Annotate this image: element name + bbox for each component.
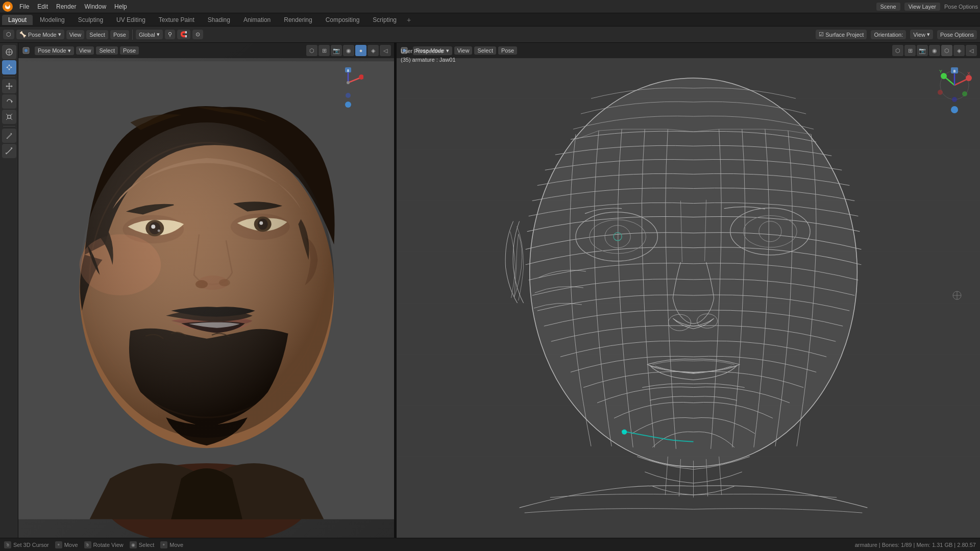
tab-compositing[interactable]: Compositing xyxy=(320,15,366,25)
svg-point-102 xyxy=(962,91,967,96)
right-select-menu[interactable]: Select xyxy=(474,46,496,55)
left-pose-mode[interactable]: Pose Mode ▾ xyxy=(35,46,74,55)
svg-marker-7 xyxy=(6,66,12,68)
annotate-tool[interactable] xyxy=(2,129,16,143)
orientation-value: View xyxy=(913,32,925,38)
left-select-menu[interactable]: Select xyxy=(96,46,118,55)
left-view-menu[interactable]: View xyxy=(76,46,94,55)
pivot-dropdown[interactable]: ⚲ xyxy=(165,30,175,39)
right-vp-overlay-icons: ⬡ ⊞ 📷 ◉ ⬡ ◈ ◁ xyxy=(892,45,977,56)
right-extra-icon[interactable]: ◈ xyxy=(953,45,965,56)
orientation-label: Orientation: xyxy=(871,30,906,39)
pose-mode-dropdown[interactable]: 🦴 Pose Mode ▾ xyxy=(16,30,64,39)
right-grid-icon[interactable]: ⊞ xyxy=(904,45,916,56)
pose-options-button[interactable]: Pose Options xyxy=(937,30,977,39)
vp-arrow-icon[interactable]: ◁ xyxy=(380,45,391,56)
left-vp-overlay-icons: ⬡ ⊞ 📷 ◉ ● ◈ ◁ xyxy=(306,45,391,56)
right-gizmo-svg: X Y Z 8 xyxy=(937,67,972,103)
measure-tool[interactable] xyxy=(2,144,16,158)
wireframe-face-svg xyxy=(397,43,980,538)
orientation-dropdown[interactable]: View ▾ xyxy=(910,30,933,39)
svg-text:Y: Y xyxy=(939,69,942,74)
svg-line-45 xyxy=(348,78,361,83)
menu-render[interactable]: Render xyxy=(52,2,80,11)
right-wireframe-icon[interactable]: ⬡ xyxy=(941,45,952,56)
transform-tool[interactable] xyxy=(2,60,16,74)
menu-help[interactable]: Help xyxy=(110,2,131,11)
mode-selector-icon[interactable]: ⬡ xyxy=(3,30,14,39)
tab-modeling[interactable]: Modeling xyxy=(34,15,71,25)
tab-shading[interactable]: Shading xyxy=(202,15,236,25)
svg-point-2 xyxy=(6,4,9,7)
pose-menu[interactable]: Pose xyxy=(110,30,129,39)
add-workspace-button[interactable]: + xyxy=(404,15,414,25)
viewport-left[interactable]: Pose Mode ▾ View Select Pose ⬡ ⊞ 📷 ◉ ● ◈… xyxy=(18,43,395,538)
proportional-toggle[interactable]: ⊙ xyxy=(192,30,203,39)
snap-toggle[interactable]: 🧲 xyxy=(177,30,190,39)
right-camera-icon[interactable]: 📷 xyxy=(917,45,928,56)
cursor-tool[interactable] xyxy=(2,45,16,59)
tab-texture-paint[interactable]: Texture Paint xyxy=(153,15,201,25)
menu-edit[interactable]: Edit xyxy=(33,2,52,11)
status-select: ◉ Select xyxy=(130,541,155,548)
status-right-info: armature | Bones: 1/89 | Mem: 1.31 GB | … xyxy=(855,542,976,548)
rendered-face-bg xyxy=(18,43,394,538)
viewport-split-divider[interactable] xyxy=(395,43,397,538)
global-dropdown[interactable]: Global ▾ xyxy=(136,30,163,39)
pose-mode-arrow: ▾ xyxy=(58,31,61,38)
view-menu[interactable]: View xyxy=(66,30,85,39)
tab-animation[interactable]: Animation xyxy=(237,15,277,25)
tab-scripting[interactable]: Scripting xyxy=(366,15,403,25)
left-toolbar xyxy=(0,43,18,538)
left-viewport-header: Pose Mode ▾ View Select Pose ⬡ ⊞ 📷 ◉ ● ◈… xyxy=(18,43,394,58)
left-pose-mode-label: Pose Mode xyxy=(38,47,66,54)
surface-project-label: Surface Project xyxy=(825,32,864,38)
svg-marker-6 xyxy=(8,64,10,70)
tab-layout[interactable]: Layout xyxy=(2,15,33,25)
tab-sculpting[interactable]: Sculpting xyxy=(72,15,109,25)
left-gizmo-svg: 8 xyxy=(333,67,363,98)
tab-uv-editing[interactable]: UV Editing xyxy=(110,15,152,25)
vp-extra-icon[interactable]: ◈ xyxy=(368,45,379,56)
right-arrow-icon[interactable]: ◁ xyxy=(966,45,977,56)
menu-window[interactable]: Window xyxy=(80,2,110,11)
right-view-menu[interactable]: View xyxy=(454,46,473,55)
status-rotate-view: 🖱 Rotate View xyxy=(84,541,124,548)
toolbar-separator-1 xyxy=(3,77,15,77)
move2-label: Move xyxy=(169,542,183,548)
right-cube-icon[interactable]: ⬡ xyxy=(892,45,903,56)
wireframe-face-bg xyxy=(397,43,980,538)
toolbar-separator-2 xyxy=(3,126,15,127)
svg-marker-12 xyxy=(6,85,7,87)
svg-point-25 xyxy=(24,49,28,52)
vp-overlay-icon[interactable]: ◉ xyxy=(343,45,354,56)
left-pose-menu[interactable]: Pose xyxy=(120,46,139,55)
scale-tool[interactable] xyxy=(2,110,16,124)
svg-point-64 xyxy=(530,78,857,467)
viewport-perspective-info: User Perspective (35) armature : Jaw01 xyxy=(401,47,456,64)
blender-logo[interactable] xyxy=(2,1,13,12)
right-overlay-icon[interactable]: ◉ xyxy=(929,45,940,56)
right-viewport-header: Pose Mode ▾ View Select Pose ⬡ ⊞ 📷 ◉ ⬡ ◈… xyxy=(397,43,980,58)
tab-rendering[interactable]: Rendering xyxy=(278,15,318,25)
select-menu-left[interactable]: Select xyxy=(86,30,108,39)
viewport-right[interactable]: Pose Mode ▾ View Select Pose ⬡ ⊞ 📷 ◉ ⬡ ◈… xyxy=(397,43,980,538)
vp-camera-icon[interactable]: 📷 xyxy=(331,45,342,56)
svg-text:X: X xyxy=(967,71,970,76)
svg-line-19 xyxy=(11,118,12,120)
vp-render-mode-icon[interactable]: ● xyxy=(355,45,366,56)
right-pose-menu[interactable]: Pose xyxy=(498,46,517,55)
svg-line-18 xyxy=(6,118,8,120)
move-tool[interactable] xyxy=(2,79,16,93)
vp-cube-icon[interactable]: ⬡ xyxy=(306,45,317,56)
lmb-icon: ◉ xyxy=(130,541,137,548)
vp-grid-icon[interactable]: ⊞ xyxy=(318,45,330,56)
status-move: ⚬ Move xyxy=(55,541,78,548)
rotate-tool[interactable] xyxy=(2,94,16,109)
pose-mode-label: 🦴 xyxy=(19,31,27,38)
surface-project-checkbox[interactable]: ☑ Surface Project xyxy=(816,30,867,39)
scene-dropdown[interactable]: Scene xyxy=(876,3,900,11)
view-layer-dropdown[interactable]: View Layer xyxy=(904,3,940,11)
svg-marker-10 xyxy=(8,83,10,84)
menu-file[interactable]: File xyxy=(15,2,33,11)
